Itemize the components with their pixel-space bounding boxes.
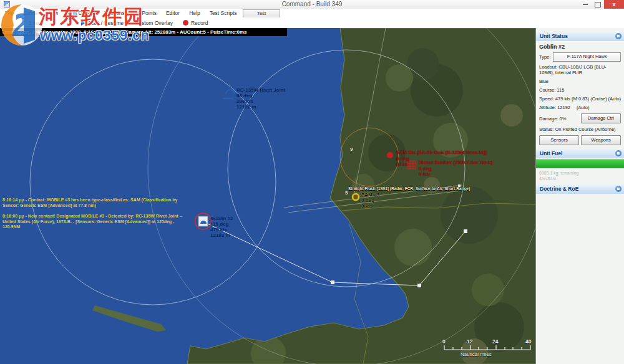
unit-speed: 0 kts	[361, 203, 379, 209]
goblin-label: Goblin #2 115 deg 479 kts 12192 m	[210, 216, 233, 238]
bunker-label: Diesel Bunker (750k Liter Tank) 0 deg 0 …	[419, 160, 493, 178]
start-resume-button[interactable]: Start / Resume	[88, 20, 124, 26]
menu-test-scripts[interactable]: Test Scripts	[210, 10, 237, 16]
unit-altitude: 12192 m	[236, 104, 285, 110]
unit-status-panel: Goblin #2 Type: F-117A Night Hawk Loadou…	[536, 41, 624, 148]
fuel-remaining: 6985.1 kg remaining	[539, 170, 621, 176]
menu-file[interactable]: File	[5, 10, 14, 16]
app-window: Command - Build 349 x File Game View Uni…	[0, 0, 624, 364]
toolbar: 1 sec Start / Resume Custom Overlay Reco…	[0, 17, 624, 28]
record-icon	[183, 20, 188, 26]
log-message: 8:16:00 μμ - New contact! Designated MOB…	[2, 214, 188, 230]
sam3-label: SAM #3 0 deg 0 kts	[361, 192, 379, 209]
unit-heading: 0 deg	[419, 166, 493, 172]
scale-tick-label: 0	[442, 338, 446, 345]
unit-name: Goblin #2	[210, 216, 233, 221]
side-text: Blue	[539, 79, 621, 84]
time-status-bar: Time: Τρίτη, 2 Φεβρουαρίου 1988, 8:16:36…	[0, 28, 287, 36]
header-label: Doctrine & RoE	[540, 186, 578, 192]
unknown-sam-icon[interactable]	[353, 194, 359, 200]
waypoint-number: 9	[350, 146, 353, 152]
maximize-button[interactable]	[592, 0, 604, 9]
title-bar: Command - Build 349 x	[0, 0, 624, 9]
sidebar: Unit Status Goblin #2 Type: F-117A Night…	[535, 28, 624, 364]
menu-help[interactable]: Help	[189, 10, 200, 16]
custom-overlay-button[interactable]: Custom Overlay	[135, 20, 173, 26]
scale-unit-label: Nautical miles	[461, 352, 492, 357]
menu-view[interactable]: View	[47, 10, 58, 16]
selected-unit-name: Goblin #2	[539, 44, 621, 50]
test-button[interactable]: Test	[243, 9, 280, 18]
waypoint-number: 5	[345, 190, 348, 196]
unit-speed: 479 kts	[210, 227, 233, 232]
pin-icon[interactable]	[615, 33, 622, 39]
waypoint-marker[interactable]	[331, 280, 334, 284]
window-title: Command - Build 349	[0, 1, 624, 7]
menu-game[interactable]: Game	[23, 10, 37, 16]
speed-auto-text: (Auto)	[608, 96, 621, 102]
scale-tick-label: 24	[492, 338, 498, 345]
unit-status-header[interactable]: Unit Status	[536, 32, 624, 41]
time-compression-select[interactable]: 1 sec	[29, 20, 41, 26]
friendly-air-icon[interactable]	[226, 90, 235, 94]
sensors-button[interactable]: Sensors	[539, 135, 579, 145]
hostile-sam-icon[interactable]	[387, 152, 393, 158]
header-label: Unit Status	[540, 33, 568, 39]
record-toggle[interactable]: Record	[191, 20, 208, 26]
unit-name: SAM Bn (SA-3b Goa [S-125M Neva-M])	[396, 150, 487, 156]
sensor-tooltip: Straight Flush [1S91] (Radar, FCR, Surfa…	[348, 186, 470, 191]
menu-missions[interactable]: Missions + Ref. Points	[104, 10, 157, 16]
unit-speed: 206 kts	[236, 98, 285, 104]
altitude-text: Altitude: 12192	[539, 105, 570, 110]
menu-bar: File Game View Unit Orders Missions + Re…	[0, 9, 624, 17]
loadout-text: Loadout: GBU-10B/J LGB [BLU-109/B], Inte…	[539, 64, 621, 75]
altitude-auto-text: (Auto)	[577, 105, 589, 110]
unit-fuel-header[interactable]: Unit Fuel	[536, 149, 624, 158]
header-label: Unit Fuel	[540, 150, 562, 156]
map-viewport[interactable]: Time: Τρίτη, 2 Φεβρουαρίου 1988, 8:16:36…	[0, 28, 535, 364]
unit-speed: 0 kts	[419, 171, 493, 178]
course-text: Course: 115	[539, 87, 621, 93]
pin-icon[interactable]	[615, 186, 622, 192]
weapons-button[interactable]: Weapons	[581, 135, 621, 145]
minimize-icon	[583, 4, 588, 5]
fuel-endurance: 4hrs34m	[539, 176, 621, 181]
damage-text: Damage: 0%	[539, 116, 566, 122]
fuel-gauge	[536, 159, 624, 168]
log-message: 8:16:14 μμ - Contact: MOBILE #3 has been…	[2, 198, 188, 208]
pin-icon[interactable]	[615, 150, 622, 156]
unit-name: SAM #3	[361, 192, 379, 198]
waypoint-marker[interactable]	[464, 229, 467, 233]
peninsula	[92, 305, 166, 332]
unit-type-button[interactable]: F-117A Night Hawk	[553, 52, 621, 62]
speed-text: Speed: 479 kts (M 0.83) (Cruise)	[539, 96, 607, 102]
maximize-icon	[595, 2, 601, 7]
unit-name: RC-135W Rivet Joint	[236, 87, 285, 93]
close-button[interactable]: x	[604, 0, 624, 9]
unit-heading: 88 deg	[236, 93, 285, 98]
minimize-button[interactable]	[579, 0, 592, 9]
type-label: Type:	[539, 54, 550, 60]
rc135-label: RC-135W Rivet Joint 88 deg 206 kts 12192…	[236, 87, 285, 110]
play-icon	[81, 21, 85, 26]
scale-tick-label: 40	[525, 338, 531, 345]
menu-editor[interactable]: Editor	[166, 10, 180, 16]
menu-unit-orders[interactable]: Unit Orders	[67, 10, 94, 16]
unit-name: Diesel Bunker (750k Liter Tank)	[419, 160, 493, 166]
waypoint-marker[interactable]	[417, 284, 421, 287]
status-text: Status: On Plotted Course (Airborne)	[539, 127, 621, 132]
unit-heading: 115 deg	[210, 221, 233, 227]
doctrine-header[interactable]: Doctrine & RoE	[536, 184, 624, 194]
unit-heading: 0 deg	[361, 198, 379, 203]
scale-tick-label: 12	[467, 338, 472, 345]
fuel-details: 6985.1 kg remaining 4hrs34m	[536, 168, 624, 183]
map-graphics	[0, 28, 535, 364]
unit-altitude: 12192 m	[210, 232, 233, 238]
damage-ctrl-button[interactable]: Damage Ctrl	[581, 113, 621, 123]
